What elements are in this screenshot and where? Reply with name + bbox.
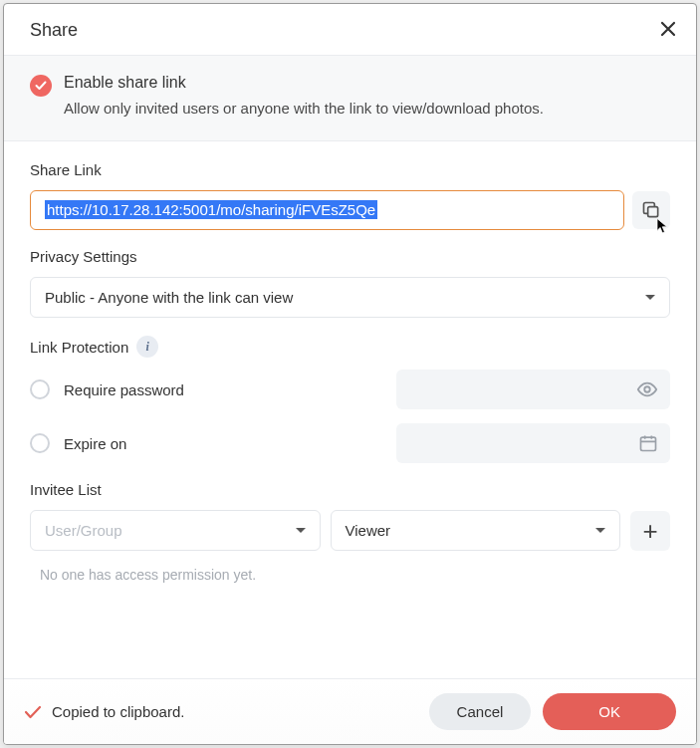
modal-title: Share — [30, 20, 78, 41]
ok-button[interactable]: OK — [543, 693, 676, 730]
enable-share-section: Enable share link Allow only invited use… — [4, 55, 696, 141]
eye-icon — [636, 378, 658, 400]
share-modal: Share Enable share link Allow only invit… — [3, 3, 697, 745]
user-group-placeholder: User/Group — [45, 522, 122, 539]
enable-share-title: Enable share link — [64, 74, 544, 92]
invitee-empty-message: No one has access permission yet. — [30, 565, 670, 593]
role-selected: Viewer — [346, 522, 391, 539]
chevron-down-icon — [645, 295, 655, 300]
chevron-down-icon — [296, 528, 306, 533]
expire-on-label: Expire on — [64, 435, 382, 452]
cancel-button[interactable]: Cancel — [429, 693, 532, 730]
chevron-down-icon — [595, 528, 605, 533]
modal-footer: Copied to clipboard. Cancel OK — [4, 678, 696, 744]
modal-body: Share Link https://10.17.28.142:5001/mo/… — [4, 141, 696, 678]
enable-share-description: Allow only invited users or anyone with … — [64, 98, 544, 119]
close-icon[interactable] — [660, 21, 676, 41]
modal-header: Share — [4, 4, 696, 55]
require-password-label: Require password — [64, 381, 382, 398]
require-password-radio[interactable] — [30, 379, 50, 399]
role-select[interactable]: Viewer — [331, 510, 621, 551]
privacy-label: Privacy Settings — [30, 248, 670, 265]
check-icon[interactable] — [30, 75, 52, 97]
toast-message: Copied to clipboard. — [24, 703, 184, 720]
svg-point-1 — [644, 386, 650, 392]
info-icon[interactable]: i — [136, 336, 158, 358]
privacy-select[interactable]: Public - Anyone with the link can view — [30, 277, 670, 318]
share-link-value: https://10.17.28.142:5001/mo/sharing/iFV… — [45, 200, 377, 219]
copy-icon — [641, 200, 661, 220]
user-group-select[interactable]: User/Group — [30, 510, 321, 551]
invitee-list-label: Invitee List — [30, 481, 670, 498]
password-input[interactable] — [396, 370, 670, 409]
link-protection-label: Link Protection i — [30, 336, 670, 358]
copy-button[interactable] — [632, 191, 670, 229]
share-link-label: Share Link — [30, 161, 670, 178]
add-invitee-button[interactable]: + — [630, 511, 670, 551]
svg-rect-2 — [641, 437, 656, 450]
privacy-selected: Public - Anyone with the link can view — [45, 289, 293, 306]
share-link-input[interactable]: https://10.17.28.142:5001/mo/sharing/iFV… — [30, 190, 624, 230]
plus-icon: + — [642, 518, 657, 544]
calendar-icon — [638, 433, 658, 453]
svg-rect-0 — [648, 207, 658, 217]
expire-on-radio[interactable] — [30, 433, 50, 453]
check-icon — [24, 705, 42, 719]
expire-date-input[interactable] — [396, 423, 670, 463]
